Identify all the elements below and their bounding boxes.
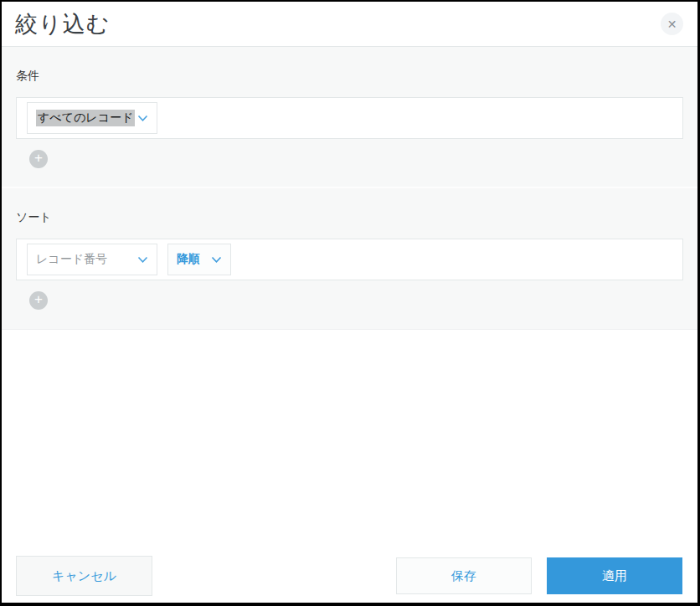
add-condition-button[interactable]: +: [29, 150, 48, 168]
chevron-down-icon: [137, 115, 148, 122]
sort-field-dropdown-value: レコード番号: [36, 252, 107, 267]
record-scope-dropdown-value: すべてのレコード: [36, 110, 135, 126]
sort-section: ソート レコード番号 降順 +: [2, 188, 697, 330]
filter-dialog: 絞り込む ✕ 条件 すべてのレコード + ソート レコード番号: [0, 0, 700, 606]
apply-button[interactable]: 適用: [547, 557, 682, 594]
dialog-header: 絞り込む ✕: [2, 2, 697, 47]
condition-section-label: 条件: [16, 69, 683, 84]
save-button[interactable]: 保存: [396, 557, 532, 594]
sort-section-label: ソート: [16, 210, 683, 225]
plus-icon: +: [34, 150, 43, 167]
close-icon: ✕: [667, 18, 677, 30]
sort-field-dropdown[interactable]: レコード番号: [27, 244, 157, 275]
dialog-title: 絞り込む: [15, 9, 110, 39]
chevron-down-icon: [137, 256, 148, 264]
sort-order-dropdown[interactable]: 降順: [167, 244, 231, 275]
condition-section: 条件 すべてのレコード +: [2, 47, 697, 188]
sort-row: レコード番号 降順: [16, 239, 683, 280]
add-sort-button[interactable]: +: [29, 291, 48, 310]
condition-row: すべてのレコード: [16, 97, 683, 139]
close-button[interactable]: ✕: [661, 13, 683, 35]
plus-icon: +: [34, 291, 43, 308]
footer-right-group: 保存 適用: [396, 557, 682, 594]
record-scope-dropdown[interactable]: すべてのレコード: [27, 102, 157, 134]
cancel-button[interactable]: キャンセル: [16, 556, 152, 596]
sort-order-dropdown-value: 降順: [177, 252, 200, 267]
dialog-footer: キャンセル 保存 適用: [16, 556, 682, 596]
chevron-down-icon: [211, 256, 222, 264]
